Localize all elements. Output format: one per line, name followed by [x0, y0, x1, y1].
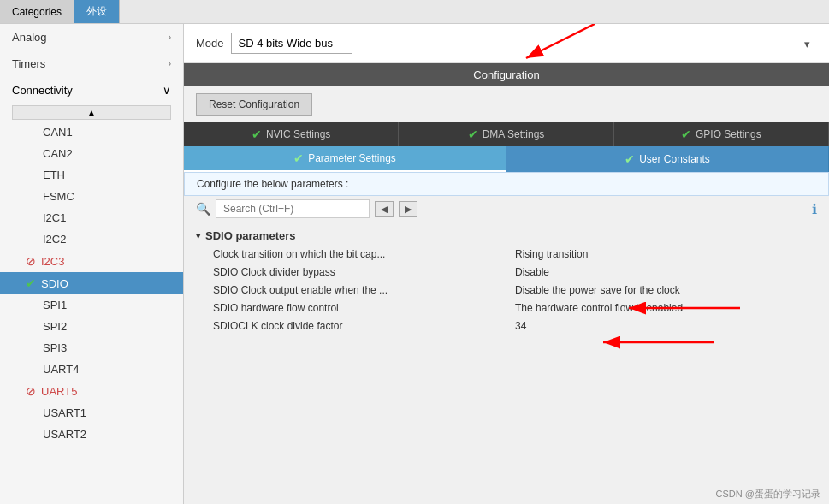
tab-user-constants[interactable]: ✔ User Constants	[506, 146, 829, 172]
sidebar-i2c2-label: I2C2	[43, 233, 66, 246]
sidebar-usart1-label: USART1	[43, 406, 86, 419]
tab-categories[interactable]: Categories	[0, 0, 74, 23]
reset-btn-area: Reset Configuration	[184, 86, 829, 122]
params-area: ▾ SDIO parameters Clock transition on wh…	[184, 222, 829, 504]
sidebar-eth-label: ETH	[43, 169, 65, 181]
sidebar-item-connectivity[interactable]: Connectivity ∨	[0, 77, 183, 104]
sidebar-item-analog[interactable]: Analog ›	[0, 24, 183, 50]
next-nav-button[interactable]: ▶	[399, 201, 417, 217]
table-row: SDIO Clock divider bypass Disable	[196, 264, 817, 282]
reset-configuration-button[interactable]: Reset Configuration	[196, 93, 312, 116]
mode-label: Mode	[196, 37, 224, 50]
sidebar-uart4-label: UART4	[43, 363, 79, 376]
param-name: SDIO hardware flow control	[213, 302, 515, 314]
tab-peripherals-label: 外设	[86, 4, 107, 19]
check-icon: ✔	[252, 127, 262, 141]
sidebar-item-can2[interactable]: CAN2	[0, 143, 183, 164]
table-row: SDIOCLK clock divide factor 34	[196, 317, 817, 335]
sidebar-item-usart2[interactable]: USART2	[0, 424, 183, 445]
param-value: Rising transition	[515, 248, 817, 260]
param-group-header[interactable]: ▾ SDIO parameters	[196, 226, 817, 246]
no-entry-icon: ⊘	[26, 254, 36, 268]
param-value: Disable the power save for the clock	[515, 284, 817, 296]
app-container: Categories 外设 Analog › Timers › Connecti…	[0, 0, 829, 504]
chevron-right-icon: ›	[169, 33, 171, 42]
sidebar-uart5-label: UART5	[41, 385, 77, 398]
sidebar: Analog › Timers › Connectivity ∨ ▲ CAN1	[0, 24, 184, 504]
top-bar: Categories 外设	[0, 0, 829, 24]
sidebar-item-i2c1[interactable]: I2C1	[0, 207, 183, 228]
tab-user-constants-label: User Constants	[639, 153, 710, 165]
tab-gpio-settings[interactable]: ✔ GPIO Settings	[614, 122, 829, 146]
sidebar-spi3-label: SPI3	[43, 341, 67, 354]
tabs-row-1: ✔ NVIC Settings ✔ DMA Settings ✔ GPIO Se…	[184, 122, 829, 146]
sidebar-item-fsmc[interactable]: FSMC	[0, 186, 183, 207]
check-icon: ✔	[293, 151, 304, 165]
check-icon: ✔	[625, 152, 635, 166]
sidebar-item-can1[interactable]: CAN1	[0, 122, 183, 143]
chevron-down-icon: ∨	[163, 84, 171, 97]
param-tree: ▾ SDIO parameters Clock transition on wh…	[184, 222, 829, 339]
search-input[interactable]	[216, 199, 370, 218]
sidebar-i2c3-label: I2C3	[41, 255, 64, 268]
sidebar-item-spi1[interactable]: SPI1	[0, 294, 183, 316]
tabs-row-2: ✔ Parameter Settings ✔ User Constants	[184, 146, 829, 172]
config-section: Configuration Reset Configuration ✔ NVIC…	[184, 63, 829, 504]
param-group-label: SDIO parameters	[205, 229, 296, 242]
check-icon: ✔	[468, 127, 478, 141]
tab-categories-label: Categories	[12, 6, 62, 18]
mode-select-wrapper: SD 4 bits Wide bus SD 1 bit MMC 1 bit MM…	[231, 33, 817, 54]
check-icon: ✔	[681, 127, 691, 141]
sidebar-can2-label: CAN2	[43, 147, 73, 160]
config-header: Configuration	[184, 63, 829, 86]
tab-peripherals[interactable]: 外设	[74, 0, 120, 23]
sidebar-item-i2c3[interactable]: ⊘ I2C3	[0, 250, 183, 272]
sidebar-spi2-label: SPI2	[43, 320, 67, 333]
right-panel: Mode SD 4 bits Wide bus SD 1 bit MMC 1 b…	[184, 24, 829, 504]
tab-gpio-label: GPIO Settings	[696, 128, 761, 140]
mode-bar: Mode SD 4 bits Wide bus SD 1 bit MMC 1 b…	[184, 24, 829, 63]
sidebar-item-eth[interactable]: ETH	[0, 164, 183, 186]
sidebar-usart2-label: USART2	[43, 428, 86, 441]
param-name: SDIO Clock output enable when the ...	[213, 284, 515, 296]
sidebar-item-timers[interactable]: Timers ›	[0, 50, 183, 77]
sidebar-item-uart4[interactable]: UART4	[0, 359, 183, 380]
param-value: The hardware control flow is enabled	[515, 302, 817, 314]
tab-nvic-settings[interactable]: ✔ NVIC Settings	[184, 122, 399, 146]
sidebar-item-i2c2[interactable]: I2C2	[0, 228, 183, 250]
table-row: SDIO Clock output enable when the ... Di…	[196, 282, 817, 299]
prev-nav-button[interactable]: ◀	[375, 201, 394, 217]
configure-label: Configure the below parameters :	[184, 172, 829, 196]
tab-dma-settings[interactable]: ✔ DMA Settings	[399, 122, 613, 146]
main-content: Analog › Timers › Connectivity ∨ ▲ CAN1	[0, 24, 829, 504]
sidebar-analog-label: Analog	[12, 31, 46, 44]
info-icon: ℹ	[812, 201, 817, 217]
search-icon: 🔍	[196, 202, 210, 216]
table-row: Clock transition on which the bit cap...…	[196, 246, 817, 264]
param-name: SDIOCLK clock divide factor	[213, 320, 515, 332]
sidebar-spi1-label: SPI1	[43, 299, 67, 311]
param-value: Disable	[515, 266, 817, 278]
search-bar: 🔍 ◀ ▶ ℹ	[184, 196, 829, 222]
sidebar-item-spi3[interactable]: SPI3	[0, 337, 183, 359]
sidebar-fsmc-label: FSMC	[43, 190, 74, 203]
tab-parameter-settings[interactable]: ✔ Parameter Settings	[184, 146, 506, 172]
param-name: SDIO Clock divider bypass	[213, 266, 515, 278]
watermark: CSDN @蛋蛋的学习记录	[716, 488, 820, 501]
param-value: 34	[515, 320, 817, 332]
sidebar-sdio-label: SDIO	[41, 277, 68, 290]
sidebar-item-uart5[interactable]: ⊘ UART5	[0, 380, 183, 402]
sidebar-can1-label: CAN1	[43, 126, 73, 139]
no-entry-icon: ⊘	[26, 384, 36, 398]
sidebar-connectivity-label: Connectivity	[12, 84, 73, 97]
expand-arrow-icon: ▾	[196, 231, 200, 240]
scroll-up-indicator[interactable]: ▲	[12, 105, 171, 120]
config-body: Reset Configuration ✔ NVIC Settings ✔ DM…	[184, 86, 829, 504]
sidebar-item-sdio[interactable]: ✔ SDIO	[0, 272, 183, 294]
sidebar-item-spi2[interactable]: SPI2	[0, 316, 183, 337]
tab-parameter-label: Parameter Settings	[308, 152, 396, 164]
mode-select[interactable]: SD 4 bits Wide bus SD 1 bit MMC 1 bit MM…	[231, 33, 352, 54]
sidebar-item-usart1[interactable]: USART1	[0, 402, 183, 424]
sidebar-timers-label: Timers	[12, 57, 45, 70]
tab-dma-label: DMA Settings	[483, 128, 545, 140]
